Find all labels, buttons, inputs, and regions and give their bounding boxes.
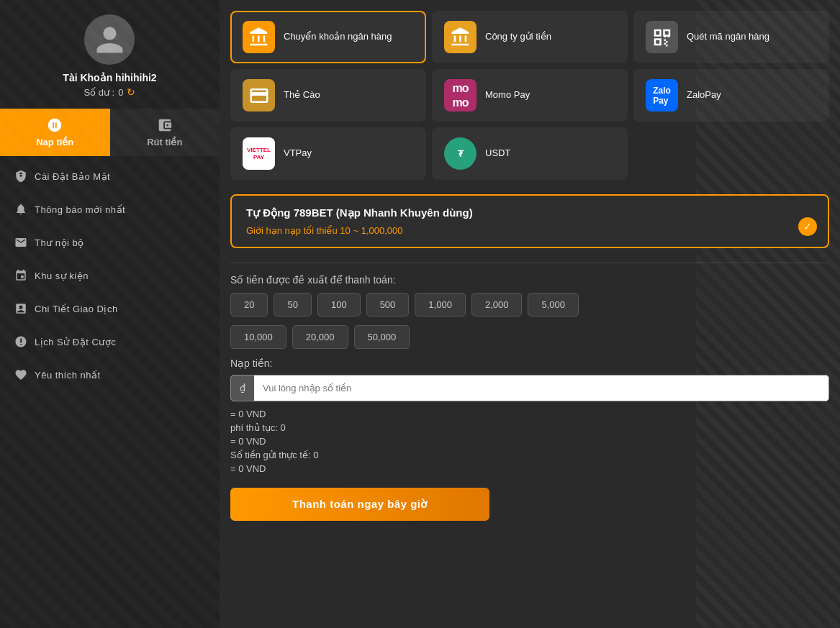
fee-line: phí thủ tục: 0 bbox=[230, 422, 829, 433]
payment-card-bank-transfer[interactable]: Chuyển khoản ngân hàng bbox=[230, 11, 426, 63]
payment-card-company[interactable]: Công ty gửi tiền bbox=[432, 11, 628, 63]
amount-btn-8[interactable]: 20,000 bbox=[292, 325, 348, 349]
sidebar-item-lich-su[interactable]: Lịch Sử Đặt Cược bbox=[0, 325, 220, 358]
selected-payment-limit: Giới hạn nạp tối thiểu 10 ~ 1,000,000 bbox=[246, 225, 813, 236]
bank-transfer-icon bbox=[243, 21, 275, 53]
check-icon: ✓ bbox=[798, 217, 817, 236]
balance-label: Số dư : bbox=[84, 87, 115, 98]
limit-prefix: Giới hạn nạp tối thiểu bbox=[246, 225, 338, 236]
vnd-line3: = 0 VND bbox=[230, 463, 829, 474]
sidebar-menu: Cài Đặt Bảo Mật Thông báo mới nhất Thư n… bbox=[0, 160, 220, 391]
fee-label: phí thủ tục: bbox=[230, 422, 278, 433]
balance-display: Số dư : 0 ↻ bbox=[84, 86, 136, 98]
nav-tabs: Nap tiền Rút tiền bbox=[0, 109, 220, 156]
tab-nap-tien[interactable]: Nap tiền bbox=[0, 109, 110, 156]
sidebar-item-thong-bao[interactable]: Thông báo mới nhất bbox=[0, 193, 220, 226]
tab-nap-tien-label: Nap tiền bbox=[36, 137, 73, 147]
card-label: Thẻ Cào bbox=[284, 89, 320, 101]
sidebar-item-yeu-thich[interactable]: Yêu thích nhất bbox=[0, 358, 220, 391]
vnd-line1: = 0 VND bbox=[230, 409, 829, 419]
currency-prefix: ₫ bbox=[231, 376, 254, 401]
actual-label: Số tiền gửi thực tế: bbox=[230, 450, 311, 460]
limit-min: 10 bbox=[340, 225, 350, 236]
amount-btn-3[interactable]: 500 bbox=[366, 293, 410, 317]
momo-icon: momo bbox=[444, 79, 477, 112]
menu-label-cai-dat: Cài Đặt Bảo Mật bbox=[35, 171, 110, 182]
balance-value: 0 bbox=[118, 87, 123, 98]
main-content: Chuyển khoản ngân hàng Công ty gửi tiền … bbox=[220, 0, 840, 628]
vtpay-icon: VIETTELPAY bbox=[243, 137, 275, 170]
pay-button[interactable]: Thanh toán ngay bây giờ bbox=[230, 488, 489, 521]
username: Tài Khoản hihihihi2 bbox=[63, 72, 156, 83]
menu-label-khu-su-kien: Khu sự kiện bbox=[35, 270, 89, 281]
tab-rut-tien-label: Rút tiền bbox=[147, 137, 182, 147]
menu-label-yeu-thich: Yêu thích nhất bbox=[35, 370, 101, 381]
usdt-icon: ₮ bbox=[444, 137, 477, 170]
amount-btn-2[interactable]: 100 bbox=[317, 293, 361, 317]
sidebar-item-thu-noi-bo[interactable]: Thư nội bộ bbox=[0, 226, 220, 259]
limit-max: 1,000,000 bbox=[361, 225, 403, 236]
refresh-icon[interactable]: ↻ bbox=[127, 86, 135, 98]
payment-card-usdt[interactable]: ₮ USDT bbox=[432, 127, 628, 180]
amount-grid-row2: 10,000 20,000 50,000 bbox=[230, 325, 829, 349]
usdt-label: USDT bbox=[485, 147, 510, 160]
vtpay-label: VTPay bbox=[284, 147, 312, 160]
selected-payment-box: Tự Động 789BET (Nạp Nhanh Khuyên dùng) G… bbox=[230, 194, 829, 248]
sidebar-item-cai-dat-bao-mat[interactable]: Cài Đặt Bảo Mật bbox=[0, 160, 220, 193]
deposit-input[interactable] bbox=[254, 376, 828, 401]
amount-btn-5[interactable]: 2,000 bbox=[471, 293, 523, 317]
zalopay-icon: ZaloPay bbox=[646, 79, 678, 112]
menu-label-thong-bao: Thông báo mới nhất bbox=[35, 204, 125, 215]
tab-rut-tien[interactable]: Rút tiền bbox=[110, 109, 220, 156]
sidebar-item-khu-su-kien[interactable]: Khu sự kiện bbox=[0, 259, 220, 292]
menu-label-chi-tiet: Chi Tiết Giao Dịch bbox=[35, 304, 118, 314]
menu-label-lich-su: Lịch Sử Đặt Cược bbox=[35, 337, 116, 347]
payment-card-card[interactable]: Thẻ Cào bbox=[230, 69, 426, 122]
card-icon bbox=[243, 79, 275, 112]
divider bbox=[230, 263, 829, 263]
company-icon bbox=[444, 21, 477, 53]
actual-value: 0 bbox=[313, 450, 318, 460]
selected-payment-title: Tự Động 789BET (Nạp Nhanh Khuyên dùng) bbox=[246, 206, 813, 219]
vnd-line2: = 0 VND bbox=[230, 436, 829, 447]
amount-btn-0[interactable]: 20 bbox=[230, 293, 268, 317]
momo-label: Momo Pay bbox=[485, 89, 530, 101]
deposit-label: Nạp tiền: bbox=[230, 358, 829, 369]
avatar bbox=[84, 14, 135, 65]
qr-label: Quét mã ngân hàng bbox=[687, 31, 769, 43]
payment-card-vtpay[interactable]: VIETTELPAY VTPay bbox=[230, 127, 426, 180]
amount-section-label: Số tiền được đề xuất để thanh toán: bbox=[230, 274, 829, 286]
actual-line: Số tiền gửi thực tế: 0 bbox=[230, 450, 829, 460]
payment-methods-grid: Chuyển khoản ngân hàng Công ty gửi tiền … bbox=[230, 11, 829, 180]
amount-btn-1[interactable]: 50 bbox=[274, 293, 311, 317]
limit-sep: ~ bbox=[353, 225, 358, 236]
bank-transfer-label: Chuyển khoản ngân hàng bbox=[284, 31, 392, 43]
sidebar: Tài Khoản hihihihi2 Số dư : 0 ↻ Nap tiền… bbox=[0, 0, 220, 628]
payment-card-qr[interactable]: Quét mã ngân hàng bbox=[633, 11, 829, 63]
amount-btn-7[interactable]: 10,000 bbox=[230, 325, 286, 349]
payment-card-zalopay[interactable]: ZaloPay ZaloPay bbox=[633, 69, 829, 122]
sidebar-item-chi-tiet[interactable]: Chi Tiết Giao Dịch bbox=[0, 292, 220, 325]
payment-card-momo[interactable]: momo Momo Pay bbox=[432, 69, 628, 122]
qr-icon bbox=[646, 21, 678, 53]
amount-btn-9[interactable]: 50,000 bbox=[354, 325, 410, 349]
avatar-container: Tài Khoản hihihihi2 Số dư : 0 ↻ bbox=[63, 14, 156, 98]
fee-value: 0 bbox=[281, 422, 286, 433]
deposit-input-wrapper: ₫ bbox=[230, 375, 829, 401]
amount-btn-4[interactable]: 1,000 bbox=[415, 293, 466, 317]
menu-label-thu-noi-bo: Thư nội bộ bbox=[35, 237, 84, 248]
amount-btn-6[interactable]: 5,000 bbox=[528, 293, 579, 317]
amount-grid: 20 50 100 500 1,000 2,000 5,000 bbox=[230, 293, 829, 317]
company-label: Công ty gửi tiền bbox=[485, 31, 551, 43]
zalopay-label: ZaloPay bbox=[687, 89, 721, 101]
